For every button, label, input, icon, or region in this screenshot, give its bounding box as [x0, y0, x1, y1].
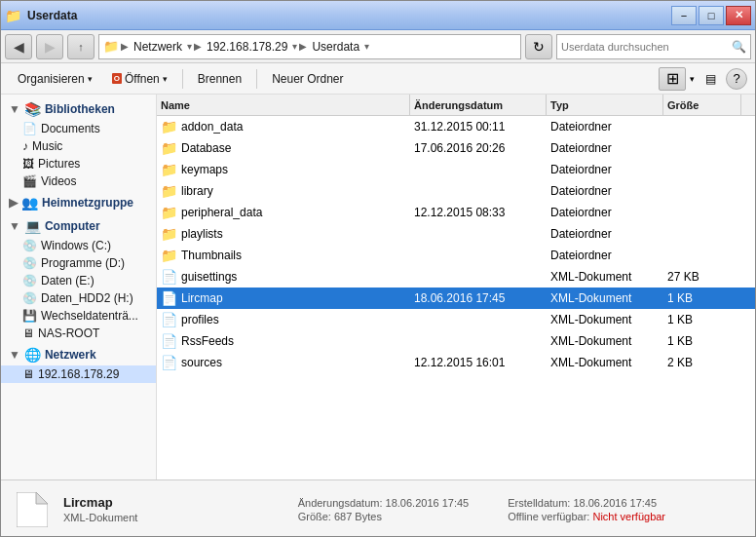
wechsel-label: Wechseldatenträ... [41, 309, 138, 323]
preview-button[interactable]: ▤ [699, 67, 722, 91]
sidebar-item-music[interactable]: ♪ Music [1, 137, 156, 155]
back-button[interactable]: ◀ [5, 34, 32, 59]
burn-button[interactable]: Brennen [189, 66, 250, 92]
file-row[interactable]: 📄 Lircmap 18.06.2016 17:45 XML-Dokument … [157, 288, 755, 309]
file-cell-name: 📄 RssFeeds [157, 331, 410, 351]
file-svg-icon [17, 492, 48, 527]
address-path[interactable]: 📁 ▶ Netzwerk ▾ ▶ 192.168.178.29 ▾ ▶ User… [98, 34, 521, 59]
path-ip[interactable]: 192.168.178.29 [204, 39, 290, 55]
file-cell-date [410, 232, 547, 236]
file-name-text: profiles [181, 313, 219, 326]
sidebar-item-programme-d[interactable]: 💿 Programme (D:) [1, 254, 156, 272]
path-arrow-3[interactable]: ▾ [364, 41, 369, 52]
file-row[interactable]: 📄 RssFeeds XML-Dokument 1 KB [157, 330, 755, 352]
file-row[interactable]: 📄 sources 12.12.2015 16:01 XML-Dokument … [157, 352, 755, 373]
daten-e-label: Daten (E:) [41, 274, 94, 288]
help-button[interactable]: ? [726, 68, 747, 90]
view-arrow-icon[interactable]: ▾ [690, 74, 695, 84]
refresh-button[interactable]: ↻ [525, 34, 552, 59]
file-row[interactable]: 📁 playlists Dateiordner [157, 223, 755, 245]
file-icon: 📁 [161, 205, 177, 220]
path-sep-2: ▶ [194, 41, 202, 52]
sidebar-item-daten-hdd2[interactable]: 💿 Daten_HDD2 (H:) [1, 289, 156, 307]
sidebar-group-bibliotheken[interactable]: ▼ 📚 Bibliotheken [1, 98, 156, 120]
file-icon: 📄 [161, 333, 177, 349]
up-button[interactable]: ↑ [67, 34, 94, 59]
path-userdata[interactable]: Userdata [309, 39, 362, 55]
toolbar-separator-2 [256, 69, 257, 89]
maximize-button[interactable]: □ [699, 6, 724, 25]
videos-label: Videos [41, 174, 76, 188]
status-size: Größe: 687 Bytes [298, 511, 470, 522]
view-options-button[interactable]: ⊞ [659, 67, 686, 91]
heimnetzgruppe-collapse-icon: ▶ [9, 196, 18, 210]
file-row[interactable]: 📄 profiles XML-Dokument 1 KB [157, 309, 755, 330]
col-header-date[interactable]: Änderungsdatum [410, 95, 547, 115]
file-cell-type: XML-Dokument [547, 311, 663, 328]
file-name-text: library [181, 184, 213, 198]
status-bar: Lircmap XML-Dokument Änderungsdatum: 18.… [1, 479, 755, 537]
new-folder-button[interactable]: Neuer Ordner [263, 66, 352, 92]
file-row[interactable]: 📁 library Dateiordner [157, 180, 755, 202]
col-header-size[interactable]: Größe [663, 95, 741, 115]
open-button[interactable]: O Öffnen ▾ [103, 66, 176, 92]
file-row[interactable]: 📁 keymaps Dateiordner [157, 159, 755, 180]
path-arrow-1[interactable]: ▾ [187, 41, 192, 52]
sidebar-item-wechseldatentraeger[interactable]: 💾 Wechseldatenträ... [1, 307, 156, 325]
minimize-button[interactable]: − [671, 6, 697, 25]
file-cell-type: XML-Dokument [547, 354, 663, 371]
computer-collapse-icon: ▼ [9, 219, 20, 233]
sidebar-item-nas-root[interactable]: 🖥 NAS-ROOT [1, 325, 156, 342]
col-header-type[interactable]: Typ [547, 95, 663, 115]
forward-button[interactable]: ▶ [36, 34, 63, 59]
file-row[interactable]: 📁 addon_data 31.12.2015 00:11 Dateiordne… [157, 116, 755, 137]
window-icon: 📁 [5, 8, 21, 23]
sidebar-item-videos[interactable]: 🎬 Videos [1, 173, 156, 190]
path-arrow-2[interactable]: ▾ [292, 41, 297, 52]
nas-root-icon: 🖥 [22, 326, 34, 340]
col-header-name[interactable]: Name [157, 95, 410, 115]
search-input[interactable] [561, 41, 732, 53]
file-row[interactable]: 📁 Thumbnails Dateiordner [157, 245, 755, 266]
file-name-text: guisettings [181, 270, 237, 284]
file-row[interactable]: 📁 peripheral_data 12.12.2015 08:33 Datei… [157, 202, 755, 223]
file-cell-name: 📁 Database [157, 138, 410, 158]
file-cell-date: 31.12.2015 00:11 [410, 118, 547, 135]
file-cell-date [410, 275, 547, 279]
file-name-text: peripheral_data [181, 206, 262, 219]
file-row[interactable]: 📄 guisettings XML-Dokument 27 KB [157, 266, 755, 288]
file-cell-name: 📄 profiles [157, 310, 410, 329]
sidebar-item-pictures[interactable]: 🖼 Pictures [1, 155, 156, 173]
file-row[interactable]: 📁 Database 17.06.2016 20:26 Dateiordner [157, 137, 755, 159]
close-button[interactable]: ✕ [726, 6, 751, 25]
netzwerk-collapse-icon: ▼ [9, 348, 20, 362]
file-cell-type: Dateiordner [547, 182, 663, 200]
organize-button[interactable]: Organisieren ▾ [9, 66, 101, 92]
path-network[interactable]: Netzwerk [131, 39, 185, 55]
title-bar: 📁 Userdata − □ ✕ [1, 1, 755, 30]
sidebar-item-daten-e[interactable]: 💿 Daten (E:) [1, 272, 156, 289]
window-title: Userdata [27, 9, 77, 22]
file-cell-type: Dateiordner [547, 204, 663, 221]
title-controls: − □ ✕ [671, 6, 751, 25]
sidebar-group-computer[interactable]: ▼ 💻 Computer [1, 215, 156, 237]
nas-ip-label: 192.168.178.29 [38, 367, 119, 381]
search-box[interactable]: 🔍 [556, 34, 751, 59]
sidebar-item-windows-c[interactable]: 💿 Windows (C:) [1, 237, 156, 254]
sidebar-item-nas-ip[interactable]: 🖥 192.168.178.29 [1, 365, 156, 383]
sidebar-item-documents[interactable]: 📄 Documents [1, 120, 156, 137]
file-cell-size [663, 232, 741, 236]
status-offline: Offline verfügbar: Nicht verfügbar [508, 511, 665, 522]
svg-marker-1 [36, 492, 48, 504]
music-label: Music [32, 139, 62, 153]
file-list-header: Name Änderungsdatum Typ Größe [157, 95, 755, 116]
file-cell-type: XML-Dokument [547, 268, 663, 286]
sidebar-group-heimnetzgruppe[interactable]: ▶ 👥 Heimnetzgruppe [1, 192, 156, 213]
svg-marker-0 [17, 492, 48, 527]
file-cell-type: Dateiordner [547, 139, 663, 157]
file-name-text: Thumbnails [181, 249, 242, 262]
sidebar-section-heimnetzgruppe: ▶ 👥 Heimnetzgruppe [1, 192, 156, 213]
sidebar-section-computer: ▼ 💻 Computer 💿 Windows (C:) 💿 Programme … [1, 215, 156, 342]
file-cell-type: Dateiordner [547, 247, 663, 264]
sidebar-group-netzwerk[interactable]: ▼ 🌐 Netzwerk [1, 344, 156, 365]
